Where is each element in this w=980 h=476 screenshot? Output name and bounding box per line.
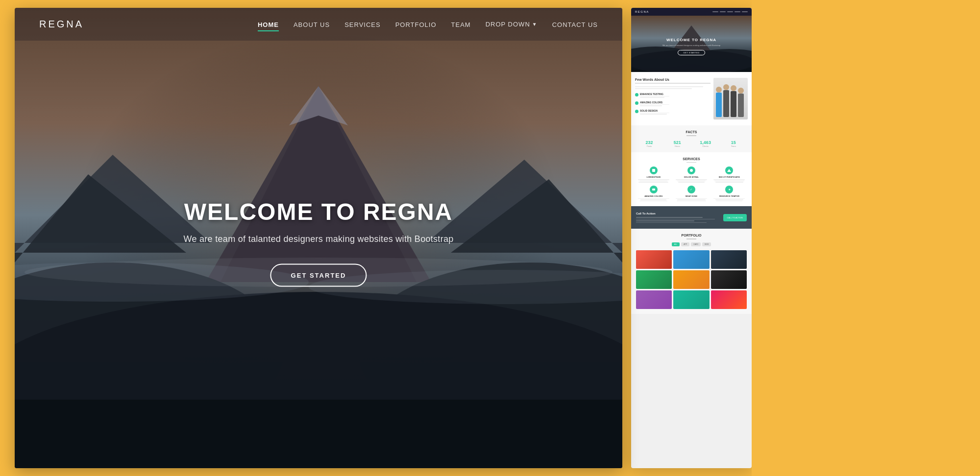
preview-portfolio-section: PORTFOLIO ALL APP CARD WEB (631, 229, 752, 314)
preview-services-title: SERVICES (636, 157, 747, 161)
svg-rect-23 (723, 90, 729, 117)
preview-cta-title: Call To Action (636, 212, 719, 215)
nav-item-team[interactable]: TEAM (451, 20, 471, 29)
svg-point-26 (731, 85, 736, 91)
navbar: REGNA HOME ABOUT US SERVICES PORTFOLIO T… (15, 8, 622, 41)
preview-fact-3: 1,463 Clients (692, 140, 719, 147)
right-border (752, 0, 980, 476)
nav-menu: HOME ABOUT US SERVICES PORTFOLIO TEAM DR… (258, 20, 598, 29)
preview-facts-title: FACTS (636, 130, 747, 134)
preview-portfolio-item-1 (636, 250, 672, 269)
preview-cta-section: Call To Action CALL TO ACTION (631, 206, 752, 229)
middle-gap (622, 0, 631, 476)
preview-cta-button: CALL TO ACTION (723, 214, 747, 221)
preview-fact-2: 521 Hours (664, 140, 690, 147)
preview-portfolio-item-3 (711, 250, 747, 269)
preview-about-item-3: SOLID DESIGN (635, 109, 710, 115)
preview-nav-dot-1 (712, 11, 718, 12)
svg-point-22 (716, 87, 722, 93)
preview-hero-button: GET STARTED (678, 50, 705, 55)
svg-rect-12 (15, 400, 622, 468)
preview-fact-1: 232 Facts (636, 140, 662, 147)
preview-navbar: REGNA (631, 8, 752, 16)
nav-item-dropdown[interactable]: DROP DOWN ▼ (486, 21, 538, 28)
svg-rect-27 (738, 94, 744, 117)
get-started-button[interactable]: GET STARTED (270, 264, 367, 287)
hero-subtitle: We are team of talanted designers making… (183, 234, 453, 244)
preview-nav-dot-4 (735, 11, 740, 12)
preview-nav-dot-5 (742, 11, 748, 12)
preview-service-2: DOLOR SITRAL (674, 167, 709, 183)
preview-about-item-2: AMAZING COLORS (635, 101, 710, 106)
preview-hero-subtitle: We are team of talanted designers making… (658, 44, 725, 47)
nav-item-services[interactable]: SERVICES (344, 20, 381, 29)
logo: REGNA (39, 19, 84, 30)
preview-hero: WELCOME TO REGNA We are team of talanted… (631, 16, 752, 72)
preview-portfolio-item-7 (636, 290, 672, 309)
hero-title: WELCOME TO REGNA (183, 198, 453, 225)
preview-about-image (713, 78, 748, 119)
nav-item-about[interactable]: ABOUT US (294, 20, 330, 29)
dropdown-chevron-icon: ▼ (532, 22, 538, 27)
preview-facts-section: FACTS 232 Facts 521 Hours 1,463 Clients … (631, 125, 752, 152)
preview-portfolio-item-9 (711, 290, 747, 309)
svg-rect-25 (731, 91, 736, 117)
nav-item-contact[interactable]: CONTACT US (552, 20, 598, 29)
preview-panel: REGNA (631, 8, 752, 468)
preview-about-section: Few Words About Us ENHANCE TESTING (631, 72, 752, 125)
preview-filter-app: APP (681, 242, 689, 246)
preview-service-1: LOREM IPSUM (636, 167, 671, 183)
preview-service-5: ✓ WHAT DONE (674, 186, 709, 202)
preview-about-item-1: ENHANCE TESTING (635, 93, 710, 98)
hero-content: WELCOME TO REGNA We are team of talanted… (183, 198, 453, 287)
preview-nav-dot-3 (727, 11, 733, 12)
main-website-panel: REGNA HOME ABOUT US SERVICES PORTFOLIO T… (15, 8, 622, 468)
preview-portfolio-item-5 (673, 270, 709, 289)
preview-filter-all: ALL (672, 242, 680, 246)
preview-portfolio-item-4 (636, 270, 672, 289)
preview-service-6: ★ RESOURCE TEMPOR (712, 186, 747, 202)
svg-point-28 (738, 88, 744, 94)
preview-portfolio-item-2 (673, 250, 709, 269)
preview-service-3: SED UT PERSPICIATIS (712, 167, 747, 183)
preview-portfolio-item-6 (711, 270, 747, 289)
left-border (0, 0, 15, 476)
preview-portfolio-title: PORTFOLIO (636, 234, 747, 237)
nav-item-portfolio[interactable]: PORTFOLIO (395, 20, 437, 29)
preview-nav-dot-2 (720, 11, 726, 12)
preview-service-4: AMAZING COLORS (636, 186, 671, 202)
preview-fact-4: 15 Years (720, 140, 747, 147)
preview-portfolio-item-8 (673, 290, 709, 309)
preview-about-title: Few Words About Us (635, 78, 710, 81)
preview-services-section: SERVICES LOREM IPSUM DOLOR SITRAL (631, 152, 752, 207)
preview-filter-card: CARD (691, 242, 701, 246)
svg-point-24 (723, 84, 729, 90)
nav-item-home[interactable]: HOME (258, 20, 279, 29)
preview-logo: REGNA (635, 10, 649, 13)
preview-hero-title: WELCOME TO REGNA (666, 38, 716, 42)
svg-rect-21 (716, 93, 722, 117)
preview-filter-web: WEB (702, 242, 711, 246)
